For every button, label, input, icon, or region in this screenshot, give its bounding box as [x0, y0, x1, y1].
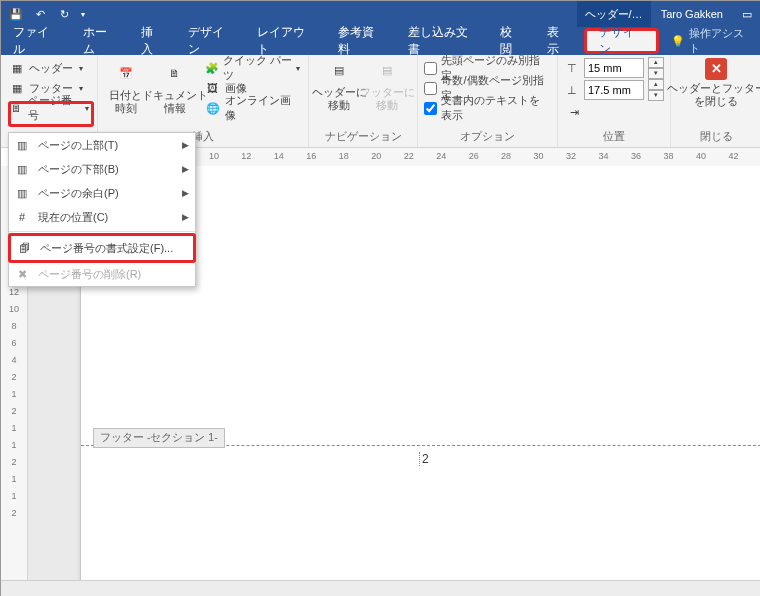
docinfo-icon: 🗎	[162, 61, 188, 87]
tab-references[interactable]: 参考資料	[326, 27, 396, 55]
tab-design[interactable]: デザイン	[176, 27, 246, 55]
current-pos-icon: #	[13, 208, 31, 226]
group-close: ✕ ヘッダーとフッター を閉じる 閉じる	[671, 55, 760, 147]
redo-icon: ↻	[60, 8, 69, 21]
online-image-icon: 🌐	[205, 100, 221, 116]
page-number-icon: 🗏	[9, 100, 24, 116]
header-icon: ▦	[9, 60, 25, 76]
tell-me-label: 操作アシスト	[689, 26, 751, 56]
menu-format-page-numbers[interactable]: 🗐ページ番号の書式設定(F)...	[8, 233, 196, 263]
undo-icon: ↶	[36, 8, 45, 21]
show-document-text-checkbox[interactable]: 文書内のテキストを表示	[424, 98, 551, 118]
page-number-button[interactable]: 🗏ページ番号▾	[7, 98, 91, 118]
chevron-right-icon: ▶	[182, 164, 189, 174]
status-bar	[1, 580, 760, 596]
chevron-down-icon: ▾	[79, 84, 83, 93]
menu-separator	[9, 231, 195, 232]
tab-icon: ⇥	[566, 104, 582, 120]
tab-home[interactable]: ホーム	[71, 27, 129, 55]
footer-icon: ▦	[9, 80, 25, 96]
image-icon: 🖼	[205, 80, 221, 96]
group-options: 先頭ページのみ別指定 奇数/偶数ページ別指定 文書内のテキストを表示 オプション	[418, 55, 558, 147]
user-name[interactable]: Taro Gakken	[651, 1, 733, 27]
word-window: 💾 ↶ ↻ ▾ ヘッダー/… Taro Gakken ▭ ファイル ホーム 挿入…	[0, 0, 760, 596]
online-pictures-button[interactable]: 🌐オンライン画像	[203, 98, 303, 118]
quick-parts-button[interactable]: 🧩クイック パーツ▾	[203, 58, 303, 78]
doc-info-button[interactable]: 🗎ドキュメント 情報	[151, 58, 199, 118]
group-label: オプション	[424, 128, 551, 147]
ribbon-tabs: ファイル ホーム 挿入 デザイン レイアウト 参考資料 差し込み文書 校閲 表示…	[1, 27, 760, 55]
chevron-right-icon: ▶	[182, 188, 189, 198]
header-button[interactable]: ▦ヘッダー▾	[7, 58, 91, 78]
redo-button[interactable]: ↻	[53, 2, 75, 26]
header-from-top-input[interactable]: ⊤▴▾	[564, 58, 664, 78]
save-icon: 💾	[9, 8, 23, 21]
spin-down[interactable]: ▾	[648, 68, 664, 79]
save-button[interactable]: 💾	[5, 2, 27, 26]
chevron-right-icon: ▶	[182, 212, 189, 222]
group-navigation: ▤ヘッダーに 移動 ▤フッターに 移動 ナビゲーション	[309, 55, 418, 147]
footer-page-number[interactable]: 2	[419, 452, 431, 466]
tab-view[interactable]: 表示	[535, 27, 582, 55]
menu-page-margin[interactable]: ▥ページの余白(P)▶	[9, 181, 195, 205]
group-label: 位置	[564, 128, 664, 147]
menu-current-position[interactable]: #現在の位置(C)▶	[9, 205, 195, 229]
footer-region[interactable]: フッター -セクション 1- 2	[81, 445, 760, 446]
goto-header-button[interactable]: ▤ヘッダーに 移動	[315, 58, 363, 112]
chevron-down-icon: ▾	[296, 64, 300, 73]
margin-bottom-icon: ⊥	[564, 82, 580, 98]
group-position: ⊤▴▾ ⊥▴▾ ⇥ 位置	[558, 55, 671, 147]
qat-customize[interactable]: ▾	[77, 2, 89, 26]
undo-button[interactable]: ↶	[29, 2, 51, 26]
footer-from-bottom-input[interactable]: ⊥▴▾	[564, 80, 664, 100]
goto-footer-button[interactable]: ▤フッターに 移動	[363, 58, 411, 112]
close-header-footer-button[interactable]: ✕ ヘッダーとフッター を閉じる	[677, 58, 755, 108]
chevron-down-icon: ▾	[81, 10, 85, 19]
spin-down[interactable]: ▾	[648, 90, 664, 101]
ribbon-display-icon: ▭	[742, 8, 752, 21]
spin-up[interactable]: ▴	[648, 79, 664, 90]
tab-insert[interactable]: 挿入	[129, 27, 176, 55]
margin-top-icon: ⊤	[564, 60, 580, 76]
menu-page-top[interactable]: ▥ページの上部(T)▶	[9, 133, 195, 157]
tab-file[interactable]: ファイル	[1, 27, 71, 55]
tab-review[interactable]: 校閲	[488, 27, 535, 55]
group-label: ナビゲーション	[315, 128, 411, 147]
menu-remove-page-numbers[interactable]: ✖ページ番号の削除(R)	[9, 262, 195, 286]
date-time-button[interactable]: 📅日付と 時刻	[104, 58, 147, 118]
page-margin-icon: ▥	[13, 184, 31, 202]
tab-layout[interactable]: レイアウト	[245, 27, 326, 55]
chevron-right-icon: ▶	[182, 140, 189, 150]
ribbon-display-button[interactable]: ▭	[733, 1, 760, 27]
page-top-icon: ▥	[13, 136, 31, 154]
chevron-down-icon: ▾	[79, 64, 83, 73]
tab-mailings[interactable]: 差し込み文書	[396, 27, 488, 55]
close-icon: ✕	[705, 58, 727, 80]
goto-header-icon: ▤	[326, 58, 352, 84]
tell-me[interactable]: 💡 操作アシスト	[661, 27, 760, 55]
quickparts-icon: 🧩	[205, 60, 219, 76]
menu-page-bottom[interactable]: ▥ページの下部(B)▶	[9, 157, 195, 181]
page-number-menu: ▥ページの上部(T)▶ ▥ページの下部(B)▶ ▥ページの余白(P)▶ #現在の…	[8, 132, 196, 287]
tab-hf-design[interactable]: デザイン	[584, 28, 660, 54]
calendar-icon: 📅	[113, 61, 139, 87]
chevron-down-icon: ▾	[85, 104, 89, 113]
footer-section-tab: フッター -セクション 1-	[93, 428, 225, 448]
goto-footer-icon: ▤	[374, 58, 400, 84]
group-label: 閉じる	[677, 128, 755, 147]
lightbulb-icon: 💡	[671, 35, 685, 48]
page-bottom-icon: ▥	[13, 160, 31, 178]
remove-icon: ✖	[13, 265, 31, 283]
insert-alignment-tab-button[interactable]: ⇥	[564, 102, 664, 122]
format-icon: 🗐	[15, 239, 33, 257]
spin-up[interactable]: ▴	[648, 57, 664, 68]
